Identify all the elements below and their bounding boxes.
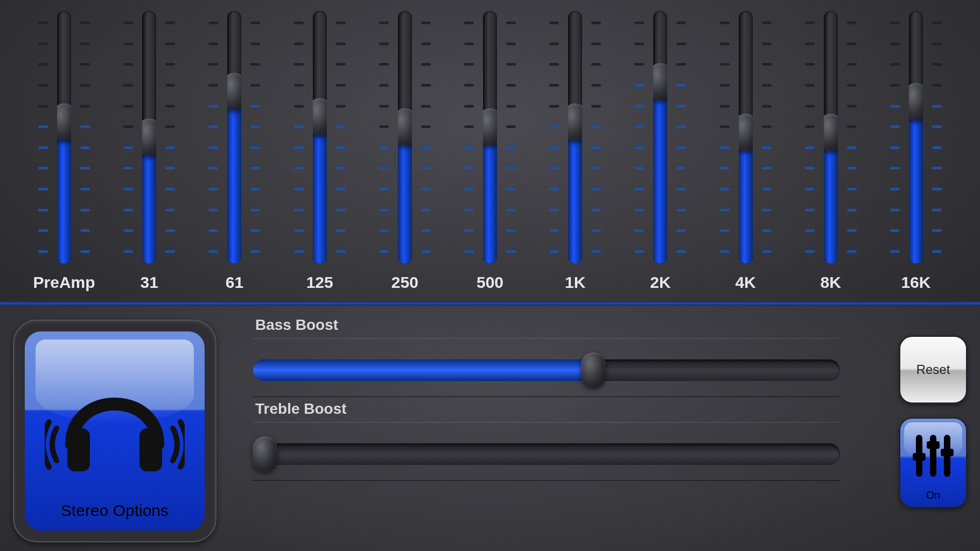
stereo-options-button[interactable]: Stereo Options	[13, 320, 216, 542]
eq-band-2k: 2K	[618, 11, 703, 292]
equalizer-panel: PreAmp31611252505001K2K4K8K16K	[0, 0, 980, 301]
eq-band-label: PreAmp	[33, 273, 95, 292]
eq-on-button[interactable]: On	[899, 418, 967, 508]
eq-band-61: 61	[192, 11, 277, 292]
eq-band-1k: 1K	[533, 11, 618, 292]
eq-band-label: 1K	[565, 273, 585, 292]
bass-boost-section: Bass Boost	[253, 316, 840, 397]
equalizer-icon	[916, 435, 950, 477]
eq-band-label: 250	[391, 273, 418, 292]
eq-slider-31[interactable]	[117, 11, 181, 264]
stereo-options-label: Stereo Options	[25, 501, 205, 520]
eq-band-8k: 8K	[788, 11, 873, 292]
svg-rect-1	[139, 428, 162, 471]
boost-sliders: Bass Boost Treble Boost	[253, 316, 840, 551]
reset-button[interactable]: Reset	[899, 336, 967, 404]
svg-rect-0	[67, 428, 90, 471]
eq-slider-125[interactable]	[288, 11, 352, 264]
bass-boost-slider[interactable]	[253, 338, 840, 397]
eq-band-label: 8K	[821, 273, 841, 292]
eq-band-4k: 4K	[703, 11, 788, 292]
eq-slider-250[interactable]	[373, 11, 437, 264]
eq-band-label: 31	[141, 273, 158, 292]
reset-label: Reset	[916, 362, 950, 377]
eq-band-500: 500	[447, 11, 533, 292]
side-buttons: Reset On	[899, 336, 967, 508]
eq-band-31: 31	[107, 11, 192, 292]
stereo-options-inner: Stereo Options	[25, 331, 205, 531]
lower-panel: Stereo Options Bass Boost Treble Boost	[0, 306, 980, 551]
bass-boost-label: Bass Boost	[255, 316, 840, 334]
eq-slider-1k[interactable]	[543, 11, 607, 264]
eq-band-label: 125	[306, 273, 333, 292]
eq-band-label: 16K	[901, 273, 930, 292]
eq-slider-preamp[interactable]	[32, 11, 96, 264]
eq-slider-4k[interactable]	[713, 11, 778, 264]
treble-boost-label: Treble Boost	[255, 400, 840, 418]
eq-band-250: 250	[362, 11, 447, 292]
eq-slider-500[interactable]	[458, 11, 522, 264]
eq-band-label: 4K	[735, 273, 755, 292]
treble-boost-section: Treble Boost	[253, 400, 840, 481]
eq-band-preamp: PreAmp	[22, 11, 107, 292]
eq-slider-8k[interactable]	[799, 11, 863, 264]
eq-band-16k: 16K	[873, 11, 958, 292]
panel-divider	[0, 301, 980, 306]
eq-band-125: 125	[277, 11, 362, 292]
eq-band-label: 61	[226, 273, 243, 292]
eq-band-label: 500	[477, 273, 503, 292]
eq-slider-16k[interactable]	[884, 11, 948, 264]
eq-slider-61[interactable]	[202, 11, 267, 264]
treble-boost-slider[interactable]	[253, 422, 840, 481]
eq-slider-2k[interactable]	[628, 11, 692, 264]
headphones-icon	[45, 364, 185, 482]
eq-on-label: On	[900, 489, 966, 501]
eq-band-label: 2K	[650, 273, 670, 292]
